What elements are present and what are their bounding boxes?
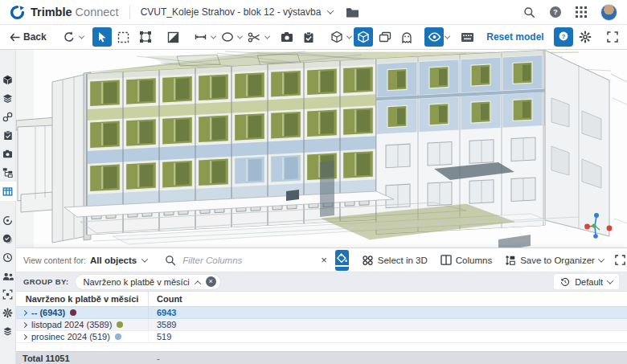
snapshots-camera-icon[interactable] [0, 145, 16, 163]
group-by-chip[interactable]: Navrženo k platbě v měsíci × [76, 275, 220, 289]
svg-text:?: ? [553, 7, 558, 16]
organizer-tree-icon[interactable] [0, 163, 16, 182]
view-preset-dropdown[interactable]: Default [554, 274, 619, 289]
reset-model-button[interactable]: Reset model [479, 31, 551, 43]
row-group-cell: -- (6943) [16, 307, 149, 318]
model-3d-viewport[interactable] [16, 50, 627, 247]
layers-icon[interactable] [0, 89, 16, 108]
clip-dropdown-caret-icon[interactable] [238, 35, 242, 39]
columns-icon [441, 255, 452, 265]
row-label: -- (6943) [31, 308, 65, 317]
total-label: Total 11051 [16, 354, 149, 363]
svg-text:?: ? [561, 33, 565, 40]
row-expand-chevron-icon[interactable] [22, 309, 27, 315]
back-button[interactable]: Back [5, 31, 51, 43]
team-users-icon[interactable] [0, 267, 16, 285]
table-row[interactable]: prosinec 2024 (519)519 [16, 331, 627, 343]
help-marker-icon[interactable]: ? [554, 27, 573, 47]
brand-name: Trimble Connect [31, 6, 119, 18]
clear-filter-icon[interactable]: × [314, 254, 334, 266]
results-table: Navrženo k platbě v měsíci Count -- (694… [16, 292, 627, 364]
save-to-organizer-button[interactable]: Save to Organizer [498, 255, 610, 266]
settings-gear-icon[interactable] [576, 27, 595, 47]
columns-button[interactable]: Columns [434, 255, 498, 265]
search-icon [165, 255, 176, 266]
measure-dropdown-caret-icon[interactable] [211, 35, 215, 39]
history-clock-icon[interactable] [0, 248, 16, 267]
left-sidebar [0, 50, 16, 364]
cube-dropdown-caret-icon[interactable] [347, 35, 351, 39]
eye-dropdown-caret-icon[interactable] [445, 35, 449, 39]
data-table-icon[interactable] [0, 182, 16, 201]
building-model-render [16, 50, 627, 247]
row-expand-chevron-icon[interactable] [22, 321, 27, 327]
sync-status-icon[interactable] [0, 211, 16, 230]
todo-clipboard-icon[interactable] [0, 126, 16, 145]
remove-group-icon[interactable]: × [206, 276, 216, 287]
project-breadcrumb[interactable]: CVUT_Koleje Strahov - blok 12 - výstavba [141, 6, 322, 18]
filter-search: × [165, 248, 334, 272]
transform-select-tool[interactable] [136, 27, 155, 47]
search-icon[interactable] [523, 6, 535, 18]
clip-ellipse-tool[interactable] [218, 27, 237, 47]
column-header-group[interactable]: Navrženo k platbě v měsíci [16, 292, 149, 306]
invert-selection-tool[interactable] [163, 27, 182, 47]
data-table-panel: View content for: All objects × Select i… [16, 247, 627, 364]
trimble-connect-logo[interactable]: Trimble Connect [10, 5, 119, 20]
project-dropdown-caret-icon[interactable] [327, 7, 334, 14]
views-cards-icon[interactable] [375, 27, 395, 47]
row-count: 3589 [149, 320, 627, 329]
table-footer: Total 11051 - [16, 351, 627, 364]
row-group-cell: prosinec 2024 (519) [16, 331, 149, 342]
property-pane-icon[interactable] [457, 27, 477, 47]
models-cube-icon[interactable] [0, 71, 16, 89]
chevron-down-icon [598, 256, 604, 262]
column-header-count[interactable]: Count [149, 294, 627, 304]
link-icon[interactable] [0, 108, 16, 126]
approved-check-icon[interactable] [0, 230, 16, 248]
apps-grid-icon[interactable] [576, 6, 587, 18]
releases-stack-icon[interactable] [0, 322, 16, 341]
view-content-dropdown[interactable]: All objects [90, 256, 147, 265]
view-content-label: View content for: [23, 256, 86, 265]
history-icon [560, 277, 570, 287]
trimble-logo-icon [10, 5, 25, 20]
group-by-label: GROUP BY: [23, 277, 69, 286]
filter-columns-input[interactable] [182, 256, 308, 265]
select-in-3d-button[interactable]: Select in 3D [355, 255, 434, 266]
table-spacer [16, 343, 627, 351]
settings-dark-icon[interactable] [0, 304, 16, 322]
row-color-dot [115, 333, 121, 340]
section-dropdown-caret-icon[interactable] [264, 35, 268, 39]
row-group-cell: listopad 2024 (3589) [16, 319, 149, 330]
hide-object-icon[interactable] [354, 27, 373, 47]
expand-panel-icon[interactable] [610, 255, 627, 265]
select-arrow-tool[interactable] [92, 27, 112, 47]
section-cut-icon[interactable] [244, 27, 264, 47]
fullscreen-icon[interactable] [603, 27, 622, 47]
color-fill-button[interactable] [335, 250, 349, 271]
table-row[interactable]: listopad 2024 (3589)3589 [16, 319, 627, 331]
measure-tool[interactable] [191, 27, 211, 47]
user-avatar[interactable] [600, 4, 617, 21]
marquee-select-tool[interactable] [114, 27, 133, 47]
undo-icon[interactable] [59, 27, 79, 47]
snapshot-camera-icon[interactable] [277, 27, 297, 47]
focus-target-icon[interactable] [0, 285, 16, 304]
view-cube-icon[interactable] [327, 27, 346, 47]
row-expand-chevron-icon[interactable] [22, 333, 27, 339]
visibility-eye-icon[interactable] [424, 27, 444, 47]
viewer-toolbar: Back [0, 25, 627, 50]
row-color-dot [117, 321, 123, 328]
panel-toolbar: View content for: All objects × Select i… [16, 248, 627, 272]
row-label: prosinec 2024 (519) [31, 332, 110, 342]
total-count: - [149, 354, 627, 363]
ghost-mode-icon[interactable] [397, 27, 416, 47]
row-color-dot [70, 309, 76, 316]
help-icon[interactable]: ? [549, 6, 562, 18]
markup-clipboard-icon[interactable] [299, 27, 318, 47]
table-row[interactable]: -- (6943)6943 [16, 307, 627, 319]
folder-icon[interactable] [346, 6, 359, 18]
row-count: 6943 [149, 308, 627, 317]
undo-dropdown-caret-icon[interactable] [80, 35, 84, 39]
